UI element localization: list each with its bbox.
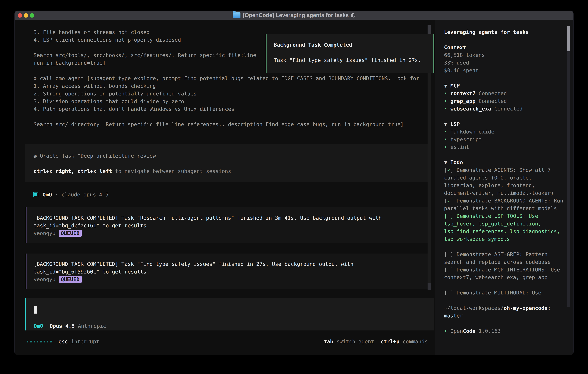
todo-text: Demonstrate AST-GREP: Pattern search and… [444,251,551,265]
oracle-task-panel: ◉ Oracle Task "Deep architecture review"… [25,144,428,182]
traffic-lights [18,11,34,20]
half-circle-icon [351,13,355,18]
todo-checkbox: [ ] [444,290,453,296]
mcp-item: •context7 Connected [444,90,564,97]
prompt-input[interactable]: OmO Opus 4.5 Anthropic [25,298,434,331]
workspace-prefix: ~/local-workspaces/ [444,305,504,311]
mcp-name: context7 [451,90,475,96]
todo-text: Demonstrate MCP INTEGRATIONS: Use contex… [444,267,560,280]
mcp-heading-label: MCP [451,83,460,89]
bullet-icon: • [444,143,451,151]
todo-heading[interactable]: ▼Todo [444,158,564,166]
commands-hint-group: ctrl+pcommands [381,338,428,345]
todo-text: Demonstrate BACKGROUND AGENTS: Run paral… [444,198,563,211]
record-icon: ◉ [33,153,37,159]
workspace-branch: master [444,313,463,319]
task-author: yeongyu [33,229,56,237]
mcp-heading[interactable]: ▼MCP [444,82,564,90]
titlebar: [OpenCode] Leveraging agents for tasks [15,11,573,20]
todo-list: [✓] Demonstrate AGENTS: Show all 7 curat… [444,166,564,296]
notification-title: Background Task Completed [274,41,433,49]
workspace-path: ~/local-workspaces/oh-my-opencode: maste… [444,304,564,320]
hint-keys: ctrl+x right, ctrl+x left [33,168,112,174]
esc-label: interrupt [71,338,99,345]
mcp-section: ▼MCP •context7 Connected •grep_app Conne… [444,82,564,113]
task-message-footer: yeongyu QUEUED [33,229,428,237]
context-heading: Context [444,43,564,51]
chevron-down-icon: ▼ [444,121,447,127]
task-message-list: [BACKGROUND TASK COMPLETED] Task "Resear… [26,208,428,300]
todo-checkbox: [✓] [444,198,453,204]
chevron-down-icon: ▼ [444,159,447,165]
task-message-footer: yeongyu QUEUED [33,276,428,283]
close-button[interactable] [18,13,22,18]
todo-text: Demonstrate AGENTS: Show all 7 curated a… [444,167,554,196]
todo-item: [ ] Demonstrate MULTIMODAL: Use [444,289,564,296]
todo-item: [✓] Demonstrate AGENTS: Show all 7 curat… [444,166,564,197]
workspace-repo: oh-my-opencode: [504,305,551,311]
bullet-icon: • [444,97,451,105]
task-message-text: [BACKGROUND TASK COMPLETED] Task "Find t… [33,260,428,276]
mcp-name: grep_app [451,98,475,104]
todo-checkbox: [ ] [444,267,453,273]
lsp-name: markdown-oxide [451,129,494,135]
bullet-icon: • [444,327,451,335]
zoom-button[interactable] [30,13,34,18]
lsp-list: •markdown-oxide •typescript •eslint [444,128,564,151]
oracle-task-title: Oracle Task "Deep architecture review" [40,153,159,159]
sidebar-scrollbar-thumb[interactable] [567,26,570,51]
bullet-icon: • [444,128,451,135]
tab-key-hint: tab [324,339,333,344]
terminal-window: [OpenCode] Leveraging agents for tasks 3… [14,10,574,355]
todo-item: [ ] Demonstrate LSP TOOLS: Use lsp_hover… [444,212,564,243]
tool-call-detail: 1. Array access without bounds checking … [33,82,431,128]
context-stats: 66,518 tokens 33% used $0.46 spent [444,51,564,74]
input-model-name[interactable]: Opus 4.5 [50,322,75,330]
todo-checkbox: [ ] [444,251,453,257]
task-message: [BACKGROUND TASK COMPLETED] Task "Resear… [26,208,428,243]
gear-icon: ⚙ [33,75,37,81]
todo-section: ▼Todo [✓] Demonstrate AGENTS: Show all 7… [444,158,564,296]
version-row: •OpenCode 1.0.163 [444,327,564,335]
input-agent-name: OmO [34,322,43,330]
status-badge: QUEUED [59,230,82,237]
lsp-name: typescript [451,136,482,142]
tool-call-block: ⚙ call_omo_agent [subagent_type=explore,… [33,74,431,128]
lsp-item: •eslint [444,143,564,151]
notification-body: Task "Find type safety issues" finished … [274,56,433,64]
bullet-icon: • [444,105,451,113]
oracle-task-title-line: ◉ Oracle Task "Deep architecture review" [33,152,428,160]
lsp-heading-label: LSP [451,121,460,127]
spinner-dots [27,338,52,345]
todo-text: Demonstrate LSP TOOLS: Use lsp_hover, ls… [444,213,560,242]
tool-call-line: ⚙ call_omo_agent [subagent_type=explore,… [33,74,431,82]
minimize-button[interactable] [24,13,28,18]
todo-checkbox: [✓] [444,167,453,173]
main-scrollbar-end[interactable] [428,283,431,290]
todo-heading-label: Todo [451,159,463,165]
session-title: Leveraging agents for tasks [444,28,564,36]
lsp-heading[interactable]: ▼LSP [444,120,564,128]
scrollback-text: 3. File handles or streams not closed 4.… [33,28,256,67]
agent-square-icon [33,192,38,197]
brand-open: Open [451,328,463,334]
sidebar-scrollbar[interactable] [567,26,570,307]
input-provider-name: Anthropic [78,322,106,330]
background-task-notification: Background Task Completed Task "Find typ… [266,34,434,73]
mcp-status: Connected [494,106,523,112]
text-cursor [34,306,37,313]
task-message-text: [BACKGROUND TASK COMPLETED] Task "Resear… [33,214,428,229]
todo-item: [ ] Demonstrate MCP INTEGRATIONS: Use co… [444,266,564,281]
folder-icon [233,12,241,18]
lsp-name: eslint [451,144,469,150]
hint-text: to navigate between subagent sessions [112,168,231,174]
lsp-section: ▼LSP •markdown-oxide •typescript •eslint [444,120,564,151]
esc-key-hint: esc [58,338,68,345]
mcp-name: websearch_exa [451,106,491,112]
brand-code: Code [463,328,476,334]
agent-name: OmO [42,191,52,198]
ctrlp-key-hint: ctrl+p [381,339,399,344]
agent-separator: · [55,191,58,198]
todo-checkbox: [ ] [444,213,453,219]
statusbar-right: tabswitch agent ctrl+pcommands [324,338,428,345]
